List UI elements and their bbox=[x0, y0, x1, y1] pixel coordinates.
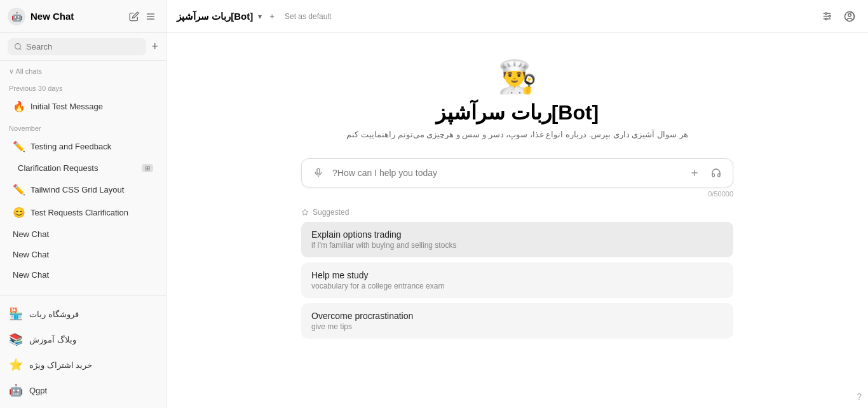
suggestion-title-1: Help me study bbox=[311, 270, 723, 280]
chevron-down-icon[interactable]: ▾ bbox=[258, 12, 262, 21]
input-area: 0/50000 bbox=[301, 158, 733, 198]
add-bot-button[interactable]: + bbox=[267, 9, 277, 24]
main-content: 👨‍🍳 [Bot]ربات سرآشپز هر سوال آشیزی داری … bbox=[166, 33, 868, 408]
search-input[interactable] bbox=[26, 42, 140, 51]
svg-point-3 bbox=[15, 44, 21, 50]
sidebar-search-area: + bbox=[0, 33, 166, 61]
qgpt-icon: 🤖 bbox=[9, 383, 23, 397]
chat-label-testing: Testing and Feedback bbox=[31, 142, 153, 151]
bot-hero-icon: 👨‍🍳 bbox=[498, 58, 537, 95]
suggestion-card-0[interactable]: Explain options trading if I'm familiar … bbox=[301, 222, 733, 257]
suggested-text: Suggested bbox=[313, 208, 349, 217]
svg-point-11 bbox=[825, 13, 827, 15]
shop-icon: 🏪 bbox=[9, 307, 23, 321]
suggestion-title-2: Overcome procrastination bbox=[311, 311, 723, 321]
user-icon[interactable] bbox=[841, 8, 858, 25]
chat-icon-tailwind: ✏️ bbox=[13, 184, 25, 196]
chat-item-new-2[interactable]: New Chat bbox=[4, 245, 162, 264]
sidebar-title: New Chat bbox=[31, 11, 126, 22]
chat-item-new-3[interactable]: New Chat bbox=[4, 265, 162, 285]
main-area: [Bot]ربات سرآشپز ▾ + Set as default 👨‍🍳 … bbox=[166, 0, 868, 408]
audio-button[interactable] bbox=[709, 165, 724, 180]
sidebar: 🤖 New Chat + ∨ All chats Previous 30 day… bbox=[0, 0, 166, 408]
suggestion-title-0: Explain options trading bbox=[311, 229, 723, 240]
svg-point-15 bbox=[848, 13, 851, 17]
footer-label-shop: فروشگاه ربات bbox=[29, 309, 79, 319]
bot-name-header: [Bot]ربات سرآشپز bbox=[177, 11, 253, 22]
suggestion-card-2[interactable]: Overcome procrastination give me tips bbox=[301, 303, 733, 339]
suggested-label: Suggested bbox=[301, 208, 733, 217]
search-icon bbox=[14, 43, 22, 51]
chat-item-new-1[interactable]: New Chat bbox=[4, 224, 162, 244]
svg-rect-16 bbox=[317, 168, 320, 173]
chat-item-tailwind[interactable]: ✏️ Tailwind CSS Grid Layout bbox=[4, 179, 162, 201]
suggestion-sub-2: give me tips bbox=[311, 322, 723, 331]
chat-label-new-1: New Chat bbox=[13, 229, 153, 239]
suggested-section: Suggested Explain options trading if I'm… bbox=[301, 208, 733, 344]
blog-icon: 📚 bbox=[9, 332, 23, 346]
add-attachment-button[interactable] bbox=[687, 165, 702, 180]
svg-line-4 bbox=[20, 48, 21, 50]
bot-hero-description: هر سوال آشیزی داری بپرس. درباره انواع غذ… bbox=[346, 130, 688, 139]
footer-item-premium[interactable]: ⭐ خرید اشتراک ویژه bbox=[0, 352, 166, 377]
suggestion-sub-0: if I'm familiar with buying and selling … bbox=[311, 241, 723, 250]
svg-point-12 bbox=[829, 15, 831, 17]
main-header: [Bot]ربات سرآشپز ▾ + Set as default bbox=[166, 0, 868, 33]
sidebar-header: 🤖 New Chat bbox=[0, 0, 166, 33]
sidebar-footer: 🏪 فروشگاه ربات 📚 وبلاگ آموزش ⭐ خرید اشتر… bbox=[0, 296, 166, 408]
bot-hero: 👨‍🍳 [Bot]ربات سرآشپز هر سوال آشیزی داری … bbox=[346, 58, 688, 139]
chat-icon-initial-test: 🔥 bbox=[13, 100, 25, 112]
chat-item-initial-test[interactable]: 🔥 Initial Test Message bbox=[4, 95, 162, 118]
footer-item-shop[interactable]: 🏪 فروشگاه ربات bbox=[0, 301, 166, 327]
all-chats-label: ∨ All chats bbox=[0, 61, 166, 78]
suggestion-card-1[interactable]: Help me study vocabulary for a college e… bbox=[301, 262, 733, 298]
help-question-mark[interactable]: ? bbox=[857, 391, 862, 402]
footer-label-blog: وبلاگ آموزش bbox=[29, 335, 76, 344]
sidebar-logo-icon: 🤖 bbox=[8, 8, 25, 25]
chat-label-tailwind: Tailwind CSS Grid Layout bbox=[31, 185, 153, 194]
char-count: 0/50000 bbox=[301, 190, 733, 198]
svg-marker-20 bbox=[302, 209, 308, 215]
input-box bbox=[301, 158, 733, 187]
chat-label-new-3: New Chat bbox=[13, 270, 153, 280]
microphone-button[interactable] bbox=[311, 165, 326, 180]
chat-icon-test-requests: 😊 bbox=[13, 207, 25, 219]
bot-hero-name: [Bot]ربات سرآشپز bbox=[436, 100, 599, 125]
section-label-30days: Previous 30 days bbox=[0, 78, 166, 95]
chat-input[interactable] bbox=[332, 168, 681, 178]
chat-item-clarification[interactable]: Clarification Requests ⊞ bbox=[4, 158, 162, 178]
chat-label-clarification: Clarification Requests bbox=[18, 163, 137, 173]
footer-item-qgpt[interactable]: 🤖 Qgpt bbox=[0, 377, 166, 403]
header-right bbox=[819, 8, 858, 25]
clarification-badge: ⊞ bbox=[142, 164, 153, 172]
search-plus-button[interactable]: + bbox=[151, 40, 158, 53]
chat-item-testing-feedback[interactable]: ✏️ Testing and Feedback bbox=[4, 135, 162, 158]
menu-button[interactable] bbox=[143, 9, 158, 24]
chat-label-test-requests: Test Requests Clarification bbox=[31, 208, 153, 217]
premium-icon: ⭐ bbox=[9, 358, 23, 372]
chat-item-test-requests[interactable]: 😊 Test Requests Clarification bbox=[4, 201, 162, 224]
chat-label-new-2: New Chat bbox=[13, 250, 153, 259]
sidebar-content: ∨ All chats Previous 30 days 🔥 Initial T… bbox=[0, 61, 166, 296]
section-label-november: November bbox=[0, 118, 166, 135]
svg-point-13 bbox=[825, 18, 827, 20]
set-default-label: Set as default bbox=[285, 12, 331, 21]
new-chat-button[interactable] bbox=[126, 9, 142, 24]
suggestion-sub-1: vocabulary for a college entrance exam bbox=[311, 282, 723, 290]
chat-label-initial-test: Initial Test Message bbox=[31, 102, 153, 111]
suggested-icon bbox=[301, 208, 309, 216]
footer-label-qgpt: Qgpt bbox=[29, 386, 47, 395]
search-box[interactable] bbox=[8, 38, 146, 55]
chat-icon-testing: ✏️ bbox=[13, 140, 25, 153]
footer-item-blog[interactable]: 📚 وبلاگ آموزش bbox=[0, 327, 166, 352]
footer-label-premium: خرید اشتراک ویژه bbox=[29, 360, 92, 370]
settings-icon[interactable] bbox=[819, 8, 835, 24]
